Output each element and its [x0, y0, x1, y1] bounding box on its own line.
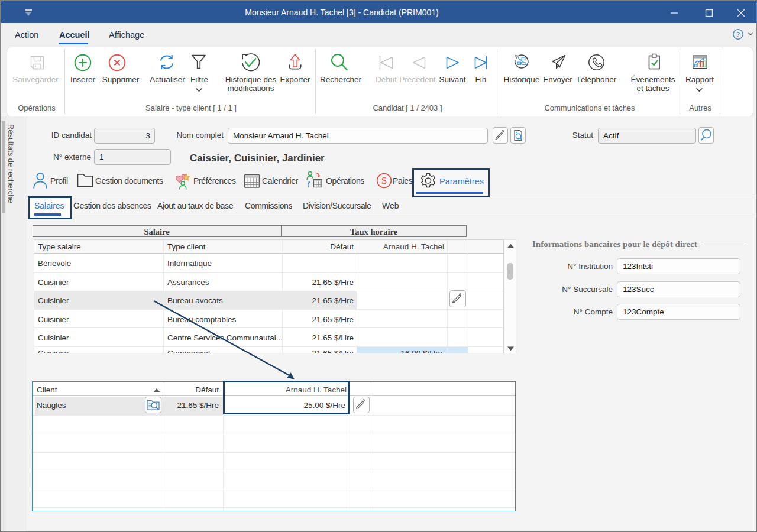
- svg-text:?: ?: [736, 31, 740, 38]
- svg-text:$: $: [381, 175, 387, 186]
